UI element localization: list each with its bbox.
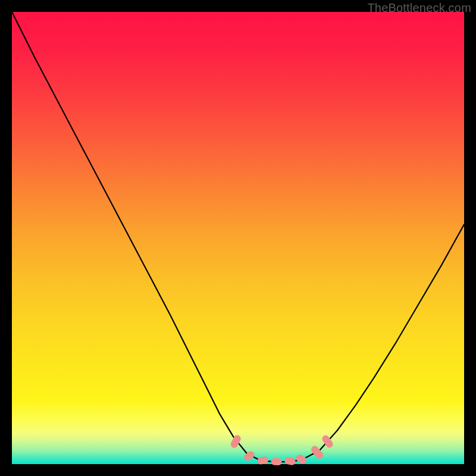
- highlight-dot: [284, 456, 296, 466]
- bottleneck-curve: [12, 12, 464, 462]
- highlight-dot: [230, 434, 242, 449]
- highlight-dot: [257, 456, 269, 465]
- highlight-markers: [230, 434, 334, 466]
- plot-area: [12, 12, 464, 464]
- chart-frame: TheBottleneck.com: [0, 0, 476, 476]
- highlight-dot: [271, 458, 282, 465]
- highlight-dot: [295, 453, 308, 465]
- chart-svg: [12, 12, 464, 464]
- watermark-text: TheBottleneck.com: [367, 1, 471, 15]
